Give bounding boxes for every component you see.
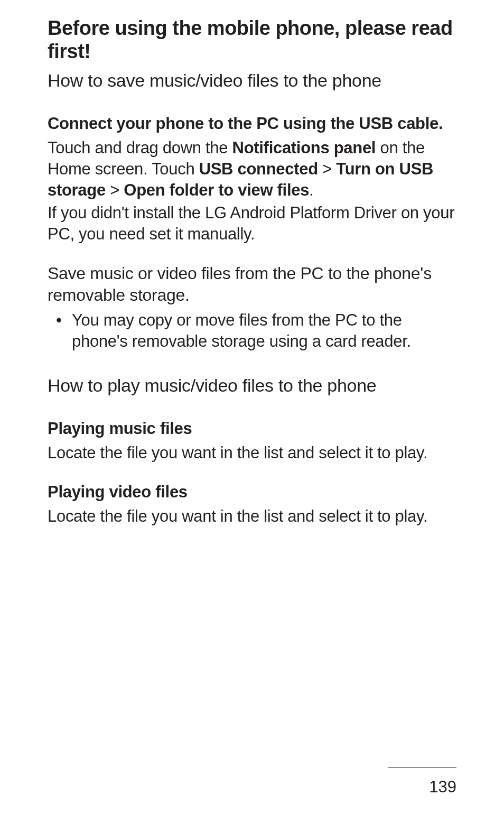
text-bold: Notifications panel — [232, 138, 376, 157]
paragraph-music: Locate the file you want in the list and… — [48, 442, 456, 464]
subheading-connect: Connect your phone to the PC using the U… — [48, 113, 456, 134]
paragraph-driver-install: If you didn't install the LG Android Pla… — [48, 202, 456, 244]
text: Touch and drag down the — [48, 138, 232, 157]
subheading-video: Playing video files — [48, 482, 456, 503]
bullet-list: You may copy or move files from the PC t… — [48, 310, 456, 353]
footer-divider — [388, 767, 456, 768]
subheading-music: Playing music files — [48, 418, 456, 439]
text-bold: USB connected — [199, 160, 318, 178]
text-bold: Open folder to view files — [124, 181, 309, 199]
paragraph-video: Locate the file you want in the list and… — [48, 506, 456, 527]
text: > — [106, 181, 124, 199]
list-item: You may copy or move files from the PC t… — [72, 310, 456, 353]
section-heading-play: How to play music/video files to the pho… — [48, 374, 456, 397]
footer: 139 — [429, 778, 456, 797]
text: > — [318, 160, 336, 178]
section-heading-save: How to save music/video files to the pho… — [48, 69, 456, 92]
page-title: Before using the mobile phone, please re… — [48, 17, 456, 63]
text: . — [309, 181, 313, 199]
subheading-save-files: Save music or video files from the PC to… — [48, 263, 456, 307]
paragraph-usb-instructions: Touch and drag down the Notifications pa… — [48, 137, 456, 200]
page-number: 139 — [429, 778, 456, 796]
